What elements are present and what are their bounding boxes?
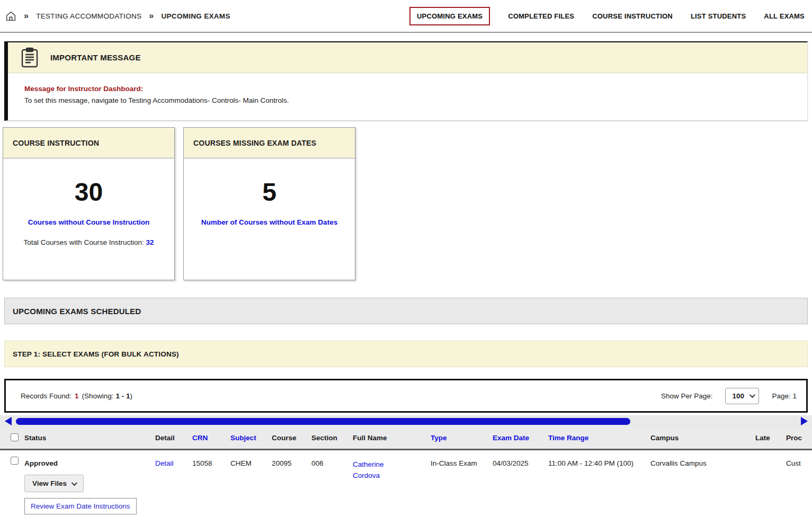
courses-without-instruction-count: 30 (3, 177, 174, 207)
col-header-exam-date[interactable]: Exam Date (493, 434, 548, 442)
nav-item-upcoming-exams[interactable]: UPCOMING EXAMS (409, 7, 490, 25)
row-time-range: 11:00 AM - 12:40 PM (100) (548, 450, 650, 514)
col-header-detail: Detail (155, 434, 192, 442)
col-header-proc: Proc (786, 434, 812, 442)
row-proc: Cust (786, 450, 812, 514)
scroll-right-arrow-icon[interactable] (801, 417, 808, 425)
select-all-checkbox-cell (0, 433, 24, 443)
row-late (755, 450, 786, 514)
upcoming-exams-scheduled-bar: UPCOMING EXAMS SCHEDULED (4, 298, 808, 324)
status-badge: Approved (24, 459, 155, 467)
scroll-left-arrow-icon[interactable] (5, 417, 12, 425)
row-select-checkbox[interactable] (11, 457, 19, 465)
col-header-course: Course (272, 434, 311, 442)
records-bar: Records Found: 1 (Showing: 1 - 1) Show P… (4, 379, 808, 413)
table-row: Approved View Files Review Exam Date Ins… (0, 450, 812, 514)
col-header-full-name: Full Name (353, 434, 431, 442)
row-subject: CHEM (230, 450, 272, 514)
step1-title: STEP 1: SELECT EXAMS (FOR BULK ACTIONS) (13, 350, 179, 358)
row-crn: 15058 (192, 450, 230, 514)
nav-item-list-students[interactable]: LIST STUDENTS (691, 12, 746, 20)
important-message-panel: IMPORTANT MESSAGE Message for Instructor… (4, 41, 808, 121)
course-instruction-card: COURSE INSTRUCTION 30 Courses without Co… (3, 127, 175, 280)
col-header-subject[interactable]: Subject (230, 434, 272, 442)
missing-exam-dates-card: COURSES MISSING EXAM DATES 5 Number of C… (183, 127, 355, 280)
col-header-late: Late (755, 434, 786, 442)
col-header-type[interactable]: Type (431, 434, 493, 442)
course-instruction-card-title: COURSE INSTRUCTION (13, 139, 99, 147)
message-text: To set this message, navigate to Testing… (24, 96, 791, 104)
student-name-link[interactable]: Catherine Cordova (353, 459, 401, 482)
top-nav: » TESTING ACCOMMODATIONS » UPCOMING EXAM… (0, 0, 812, 33)
col-header-section: Section (311, 434, 353, 442)
col-header-campus: Campus (650, 434, 755, 442)
records-found-label: Records Found: (21, 392, 72, 400)
row-status-cell: Approved View Files Review Exam Date Ins… (24, 450, 155, 514)
breadcrumb: » TESTING ACCOMMODATIONS » UPCOMING EXAM… (5, 11, 230, 22)
chevron-down-icon (72, 479, 77, 485)
courses-missing-exam-dates-count: 5 (184, 177, 355, 207)
detail-link[interactable]: Detail (155, 459, 174, 467)
show-per-page-label: Show Per Page: (661, 392, 713, 400)
step1-select-exams-bar: STEP 1: SELECT EXAMS (FOR BULK ACTIONS) (4, 341, 808, 367)
col-header-time-range[interactable]: Time Range (548, 434, 650, 442)
page-indicator: Page: 1 (772, 392, 797, 400)
review-exam-date-instructions-button[interactable]: Review Exam Date Instructions (24, 498, 137, 514)
breadcrumb-separator: » (149, 11, 154, 21)
important-message-header: IMPORTANT MESSAGE (8, 42, 807, 73)
records-showing: (Showing: 1 - 1) (82, 392, 132, 400)
breadcrumb-testing-accommodations[interactable]: TESTING ACCOMMODATIONS (36, 12, 141, 20)
records-found-count: 1 (75, 392, 79, 400)
breadcrumb-upcoming-exams: UPCOMING EXAMS (162, 12, 230, 20)
select-all-checkbox[interactable] (11, 433, 19, 441)
view-files-button[interactable]: View Files (24, 475, 84, 492)
breadcrumb-separator: » (24, 11, 29, 21)
total-courses-with-instruction: Total Courses with Course Instruction: 3… (3, 238, 174, 246)
nav-menu: UPCOMING EXAMS COMPLETED FILES COURSE IN… (409, 7, 805, 25)
important-message-body: Message for Instructor Dashboard: To set… (8, 73, 807, 120)
scrollbar-thumb[interactable] (16, 418, 630, 425)
nav-item-all-exams[interactable]: ALL EXAMS (764, 12, 805, 20)
col-header-crn[interactable]: CRN (192, 434, 230, 442)
nav-item-course-instruction[interactable]: COURSE INSTRUCTION (592, 12, 673, 20)
row-section: 006 (311, 450, 353, 514)
chevron-down-icon (749, 392, 755, 398)
row-campus: Corvallis Campus (650, 450, 755, 514)
missing-exam-dates-card-title: COURSES MISSING EXAM DATES (193, 139, 316, 147)
courses-without-instruction-link[interactable]: Courses without Course Instruction (28, 218, 150, 226)
message-heading: Message for Instructor Dashboard: (24, 85, 791, 93)
total-courses-value[interactable]: 32 (146, 238, 154, 246)
table-header-row: Status Detail CRN Subject Course Section… (0, 427, 812, 450)
courses-without-exam-dates-link[interactable]: Number of Courses without Exam Dates (201, 218, 337, 226)
row-course: 20095 (272, 450, 311, 514)
table-horizontal-scrollbar (0, 415, 812, 427)
nav-item-completed-files[interactable]: COMPLETED FILES (508, 12, 574, 20)
row-type: In-Class Exam (431, 450, 493, 514)
row-exam-date: 04/03/2025 (493, 450, 548, 514)
stat-cards: COURSE INSTRUCTION 30 Courses without Co… (3, 127, 808, 280)
clipboard-icon (21, 47, 39, 68)
home-icon[interactable] (5, 11, 16, 22)
col-header-status: Status (24, 434, 155, 442)
important-message-title: IMPORTANT MESSAGE (50, 53, 141, 62)
per-page-select[interactable]: 100 (725, 388, 759, 404)
upcoming-exams-scheduled-title: UPCOMING EXAMS SCHEDULED (13, 307, 141, 316)
